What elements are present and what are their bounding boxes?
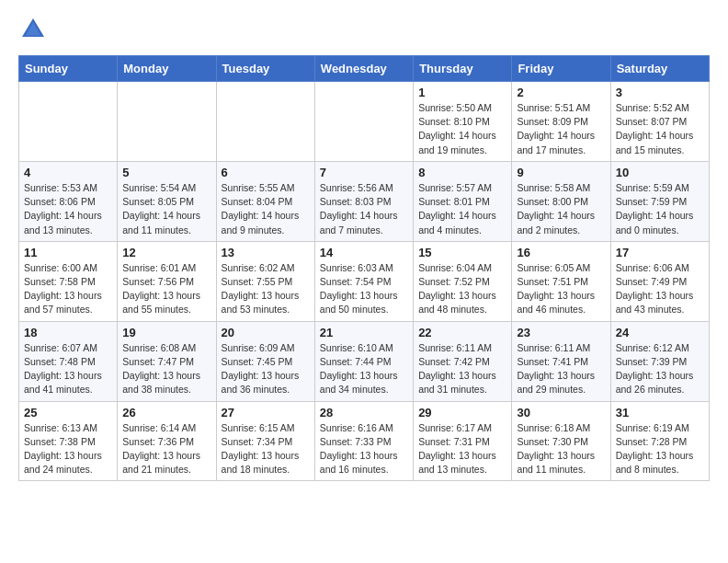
calendar-cell: 20Sunrise: 6:09 AMSunset: 7:45 PMDayligh… xyxy=(216,321,314,401)
day-info: Sunrise: 6:10 AMSunset: 7:44 PMDaylight:… xyxy=(320,341,408,397)
day-number: 28 xyxy=(320,406,408,419)
day-info: Sunrise: 6:01 AMSunset: 7:56 PMDaylight:… xyxy=(122,261,210,317)
calendar-cell: 9Sunrise: 5:58 AMSunset: 8:00 PMDaylight… xyxy=(512,161,610,241)
calendar-cell: 28Sunrise: 6:16 AMSunset: 7:33 PMDayligh… xyxy=(314,401,413,481)
calendar-cell: 30Sunrise: 6:18 AMSunset: 7:30 PMDayligh… xyxy=(512,401,610,481)
day-info: Sunrise: 6:17 AMSunset: 7:31 PMDaylight:… xyxy=(418,421,506,477)
calendar-week-4: 18Sunrise: 6:07 AMSunset: 7:48 PMDayligh… xyxy=(19,321,710,401)
header-day-saturday: Saturday xyxy=(610,56,709,82)
day-number: 9 xyxy=(517,166,605,179)
header-day-thursday: Thursday xyxy=(414,56,512,82)
calendar-cell: 23Sunrise: 6:11 AMSunset: 7:41 PMDayligh… xyxy=(512,321,610,401)
calendar-cell: 8Sunrise: 5:57 AMSunset: 8:01 PMDaylight… xyxy=(414,161,512,241)
calendar-cell: 27Sunrise: 6:15 AMSunset: 7:34 PMDayligh… xyxy=(216,401,314,481)
day-number: 11 xyxy=(24,246,112,259)
day-info: Sunrise: 5:55 AMSunset: 8:04 PMDaylight:… xyxy=(222,181,310,237)
day-number: 27 xyxy=(222,406,310,419)
day-info: Sunrise: 6:06 AMSunset: 7:49 PMDaylight:… xyxy=(616,261,704,317)
day-info: Sunrise: 6:16 AMSunset: 7:33 PMDaylight:… xyxy=(320,421,408,477)
calendar-cell xyxy=(118,82,216,162)
calendar-cell: 26Sunrise: 6:14 AMSunset: 7:36 PMDayligh… xyxy=(118,401,216,481)
calendar-cell: 18Sunrise: 6:07 AMSunset: 7:48 PMDayligh… xyxy=(19,321,118,401)
calendar-table: SundayMondayTuesdayWednesdayThursdayFrid… xyxy=(18,55,710,481)
calendar-header: SundayMondayTuesdayWednesdayThursdayFrid… xyxy=(19,56,710,82)
calendar-cell: 5Sunrise: 5:54 AMSunset: 8:05 PMDaylight… xyxy=(118,161,216,241)
calendar-cell: 19Sunrise: 6:08 AMSunset: 7:47 PMDayligh… xyxy=(118,321,216,401)
day-info: Sunrise: 5:59 AMSunset: 7:59 PMDaylight:… xyxy=(616,181,704,237)
day-number: 10 xyxy=(616,166,704,179)
day-number: 25 xyxy=(24,406,112,419)
day-info: Sunrise: 6:05 AMSunset: 7:51 PMDaylight:… xyxy=(517,261,605,317)
day-info: Sunrise: 6:08 AMSunset: 7:47 PMDaylight:… xyxy=(122,341,210,397)
day-number: 7 xyxy=(320,166,408,179)
calendar-cell: 17Sunrise: 6:06 AMSunset: 7:49 PMDayligh… xyxy=(610,241,709,321)
logo-icon xyxy=(18,15,48,44)
day-number: 18 xyxy=(24,326,112,339)
day-number: 14 xyxy=(320,246,408,259)
day-number: 26 xyxy=(122,406,210,419)
day-number: 16 xyxy=(517,246,605,259)
calendar-cell xyxy=(216,82,314,162)
calendar-cell: 16Sunrise: 6:05 AMSunset: 7:51 PMDayligh… xyxy=(512,241,610,321)
day-info: Sunrise: 5:54 AMSunset: 8:05 PMDaylight:… xyxy=(122,181,210,237)
day-info: Sunrise: 6:04 AMSunset: 7:52 PMDaylight:… xyxy=(418,261,506,317)
calendar-cell: 6Sunrise: 5:55 AMSunset: 8:04 PMDaylight… xyxy=(216,161,314,241)
day-number: 5 xyxy=(122,166,210,179)
calendar-cell: 4Sunrise: 5:53 AMSunset: 8:06 PMDaylight… xyxy=(19,161,118,241)
day-number: 24 xyxy=(616,326,704,339)
calendar-week-5: 25Sunrise: 6:13 AMSunset: 7:38 PMDayligh… xyxy=(19,401,710,481)
day-info: Sunrise: 6:15 AMSunset: 7:34 PMDaylight:… xyxy=(222,421,310,477)
day-info: Sunrise: 5:50 AMSunset: 8:10 PMDaylight:… xyxy=(418,101,506,157)
calendar-cell: 21Sunrise: 6:10 AMSunset: 7:44 PMDayligh… xyxy=(314,321,413,401)
day-number: 22 xyxy=(418,326,506,339)
day-info: Sunrise: 5:58 AMSunset: 8:00 PMDaylight:… xyxy=(517,181,605,237)
day-info: Sunrise: 5:56 AMSunset: 8:03 PMDaylight:… xyxy=(320,181,408,237)
calendar-cell: 3Sunrise: 5:52 AMSunset: 8:07 PMDaylight… xyxy=(610,82,709,162)
day-info: Sunrise: 6:14 AMSunset: 7:36 PMDaylight:… xyxy=(122,421,210,477)
calendar-cell: 29Sunrise: 6:17 AMSunset: 7:31 PMDayligh… xyxy=(414,401,512,481)
day-info: Sunrise: 6:19 AMSunset: 7:28 PMDaylight:… xyxy=(616,421,704,477)
day-number: 23 xyxy=(517,326,605,339)
day-number: 29 xyxy=(418,406,506,419)
page-header xyxy=(18,15,710,44)
day-info: Sunrise: 6:02 AMSunset: 7:55 PMDaylight:… xyxy=(222,261,310,317)
calendar-cell: 24Sunrise: 6:12 AMSunset: 7:39 PMDayligh… xyxy=(610,321,709,401)
day-info: Sunrise: 5:51 AMSunset: 8:09 PMDaylight:… xyxy=(517,101,605,157)
calendar-week-2: 4Sunrise: 5:53 AMSunset: 8:06 PMDaylight… xyxy=(19,161,710,241)
calendar-cell: 11Sunrise: 6:00 AMSunset: 7:58 PMDayligh… xyxy=(19,241,118,321)
day-info: Sunrise: 5:52 AMSunset: 8:07 PMDaylight:… xyxy=(616,101,704,157)
day-info: Sunrise: 6:00 AMSunset: 7:58 PMDaylight:… xyxy=(24,261,112,317)
header-day-friday: Friday xyxy=(512,56,610,82)
day-number: 30 xyxy=(517,406,605,419)
header-day-monday: Monday xyxy=(118,56,216,82)
day-number: 15 xyxy=(418,246,506,259)
day-info: Sunrise: 6:03 AMSunset: 7:54 PMDaylight:… xyxy=(320,261,408,317)
day-info: Sunrise: 5:53 AMSunset: 8:06 PMDaylight:… xyxy=(24,181,112,237)
day-number: 20 xyxy=(222,326,310,339)
calendar-cell: 15Sunrise: 6:04 AMSunset: 7:52 PMDayligh… xyxy=(414,241,512,321)
day-number: 19 xyxy=(122,326,210,339)
calendar-cell: 7Sunrise: 5:56 AMSunset: 8:03 PMDaylight… xyxy=(314,161,413,241)
day-info: Sunrise: 6:18 AMSunset: 7:30 PMDaylight:… xyxy=(517,421,605,477)
calendar-cell: 2Sunrise: 5:51 AMSunset: 8:09 PMDaylight… xyxy=(512,82,610,162)
day-info: Sunrise: 6:11 AMSunset: 7:41 PMDaylight:… xyxy=(517,341,605,397)
header-day-wednesday: Wednesday xyxy=(314,56,413,82)
day-info: Sunrise: 6:13 AMSunset: 7:38 PMDaylight:… xyxy=(24,421,112,477)
day-info: Sunrise: 6:07 AMSunset: 7:48 PMDaylight:… xyxy=(24,341,112,397)
day-number: 1 xyxy=(418,86,506,99)
calendar-body: 1Sunrise: 5:50 AMSunset: 8:10 PMDaylight… xyxy=(19,82,710,481)
day-number: 12 xyxy=(122,246,210,259)
day-number: 2 xyxy=(517,86,605,99)
calendar-cell: 14Sunrise: 6:03 AMSunset: 7:54 PMDayligh… xyxy=(314,241,413,321)
header-day-tuesday: Tuesday xyxy=(216,56,314,82)
calendar-cell: 13Sunrise: 6:02 AMSunset: 7:55 PMDayligh… xyxy=(216,241,314,321)
calendar-cell: 10Sunrise: 5:59 AMSunset: 7:59 PMDayligh… xyxy=(610,161,709,241)
day-info: Sunrise: 6:11 AMSunset: 7:42 PMDaylight:… xyxy=(418,341,506,397)
day-info: Sunrise: 6:12 AMSunset: 7:39 PMDaylight:… xyxy=(616,341,704,397)
day-info: Sunrise: 5:57 AMSunset: 8:01 PMDaylight:… xyxy=(418,181,506,237)
day-info: Sunrise: 6:09 AMSunset: 7:45 PMDaylight:… xyxy=(222,341,310,397)
calendar-cell xyxy=(314,82,413,162)
day-number: 4 xyxy=(24,166,112,179)
day-number: 21 xyxy=(320,326,408,339)
calendar-week-3: 11Sunrise: 6:00 AMSunset: 7:58 PMDayligh… xyxy=(19,241,710,321)
